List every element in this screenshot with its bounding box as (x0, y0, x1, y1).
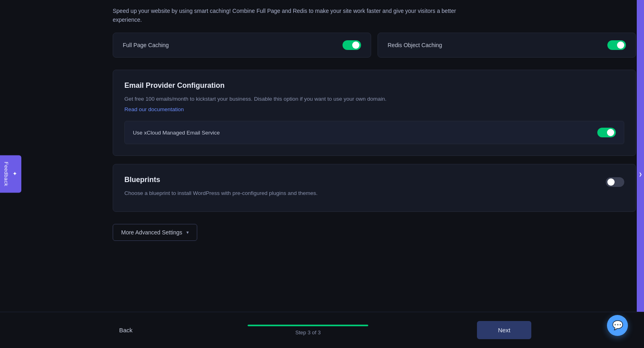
full-page-caching-card: Full Page Caching (113, 33, 371, 58)
redis-caching-card: Redis Object Caching (378, 33, 636, 58)
feedback-tab[interactable]: ✦ Feedback (0, 155, 21, 193)
redis-caching-label: Redis Object Caching (388, 42, 442, 48)
blueprints-title: Blueprints (124, 176, 606, 184)
caching-row: Full Page Caching Redis Object Caching (113, 33, 636, 58)
top-description: Speed up your website by using smart cac… (113, 0, 475, 33)
feedback-label: Feedback (3, 162, 9, 186)
star-icon: ✦ (12, 171, 18, 178)
chevron-right-icon: ❯ (639, 172, 642, 176)
progress-bar-fill (248, 325, 368, 326)
chat-widget[interactable]: 💬 (607, 315, 628, 336)
chat-icon: 💬 (612, 320, 623, 331)
email-toggle-row: Use xCloud Managed Email Service (124, 121, 624, 144)
full-page-caching-toggle[interactable] (343, 40, 361, 50)
step-indicator: Step 3 of 3 (248, 325, 368, 336)
email-toggle-label: Use xCloud Managed Email Service (133, 130, 220, 136)
blueprints-description: Choose a blueprint to install WordPress … (124, 189, 606, 198)
redis-caching-toggle[interactable] (607, 40, 626, 50)
bottom-bar: Back Step 3 of 3 Next (0, 312, 644, 348)
email-toggle[interactable] (597, 128, 616, 137)
full-page-caching-label: Full Page Caching (123, 42, 169, 48)
blueprints-toggle[interactable] (606, 177, 624, 187)
email-documentation-link[interactable]: Read our documentation (124, 106, 184, 112)
blueprints-section: Blueprints Choose a blueprint to install… (113, 164, 636, 212)
email-section-description: Get free 100 emails/month to kickstart y… (124, 95, 624, 104)
next-button[interactable]: Next (477, 321, 531, 339)
chevron-down-icon: ▾ (186, 230, 189, 235)
advanced-settings-label: More Advanced Settings (121, 229, 182, 236)
back-button[interactable]: Back (113, 323, 139, 338)
right-panel[interactable]: ❯ (637, 0, 644, 348)
email-section: Email Provider Configuration Get free 10… (113, 70, 636, 156)
progress-bar (248, 325, 368, 326)
more-advanced-settings-button[interactable]: More Advanced Settings ▾ (113, 224, 197, 241)
step-text: Step 3 of 3 (295, 329, 321, 336)
email-section-title: Email Provider Configuration (124, 81, 624, 90)
